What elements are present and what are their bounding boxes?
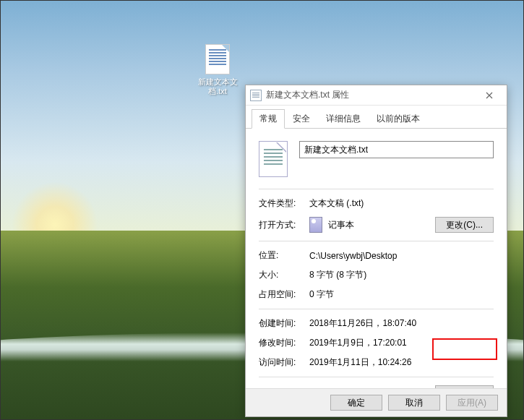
openwith-value: 记事本 [328, 219, 354, 231]
openwith-label: 打开方式: [259, 219, 309, 231]
separator [259, 377, 494, 377]
ondisk-value: 0 字节 [309, 288, 494, 301]
separator [259, 241, 494, 241]
cancel-button[interactable]: 取消 [388, 395, 440, 411]
change-button[interactable]: 更改(C)... [435, 217, 494, 233]
location-label: 位置: [259, 249, 309, 262]
apply-button[interactable]: 应用(A) [446, 395, 498, 411]
created-value: 2018年11月26日，18:07:40 [309, 317, 494, 330]
dialog-content: 文件类型: 文本文稿 (.txt) 打开方式: 记事本 更改(C)... 位置:… [246, 129, 507, 413]
filetype-value: 文本文稿 (.txt) [309, 197, 494, 210]
modified-label: 修改时间: [259, 337, 309, 349]
close-button[interactable] [475, 87, 504, 104]
size-label: 大小: [259, 269, 309, 281]
notepad-icon [309, 217, 322, 233]
separator [259, 309, 494, 309]
dialog-footer: 确定 取消 应用(A) [246, 388, 507, 416]
size-value: 8 字节 (8 字节) [309, 269, 494, 281]
tab-bar: 常规 安全 详细信息 以前的版本 [246, 106, 507, 129]
filetype-label: 文件类型: [259, 197, 309, 210]
text-file-icon [205, 44, 230, 74]
dialog-title: 新建文本文档.txt 属性 [266, 89, 475, 101]
tab-previous-versions[interactable]: 以前的版本 [369, 109, 428, 129]
titlebar-file-icon [250, 90, 262, 101]
tab-general[interactable]: 常规 [252, 109, 285, 129]
close-icon [486, 92, 493, 99]
separator [259, 189, 494, 189]
modified-value: 2019年1月9日，17:20:01 [309, 337, 494, 349]
desktop-file-label: 新建文本文档.txt [196, 77, 239, 96]
accessed-value: 2019年1月11日，10:24:26 [309, 356, 494, 369]
ondisk-label: 占用空间: [259, 288, 309, 301]
ok-button[interactable]: 确定 [330, 395, 382, 411]
desktop-file-icon[interactable]: 新建文本文档.txt [196, 44, 239, 96]
dialog-titlebar: 新建文本文档.txt 属性 [246, 85, 507, 106]
location-value: C:\Users\ywbj\Desktop [309, 251, 494, 261]
tab-security[interactable]: 安全 [285, 109, 318, 129]
accessed-label: 访问时间: [259, 356, 309, 369]
file-type-icon [259, 141, 288, 177]
created-label: 创建时间: [259, 317, 309, 330]
tab-details[interactable]: 详细信息 [318, 109, 369, 129]
properties-dialog: 新建文本文档.txt 属性 常规 安全 详细信息 以前的版本 文件类型: 文本文… [245, 85, 507, 417]
filename-input[interactable] [299, 141, 494, 158]
